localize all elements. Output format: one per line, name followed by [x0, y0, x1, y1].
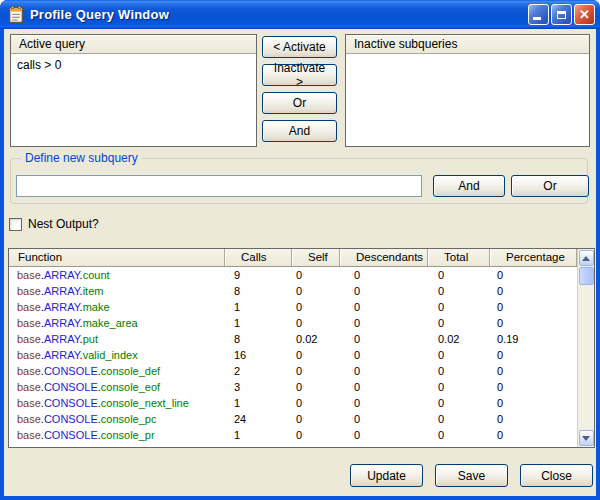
inactive-subqueries-panel: Inactive subqueries [345, 34, 590, 147]
profile-query-window: Profile Query Window ✕ Active query call… [0, 0, 600, 500]
column-header-function[interactable]: Function [9, 249, 224, 266]
table-row[interactable]: base.CONSOLE.console_pc240000 [9, 411, 577, 427]
maximize-button[interactable] [551, 4, 572, 25]
inactivate-button[interactable]: Inactivate > [262, 64, 337, 86]
calls-cell: 1 [224, 299, 291, 315]
percentage-cell: 0.19 [489, 331, 577, 347]
total-cell: 0 [427, 267, 489, 283]
function-cell: base.CONSOLE.console_next_line [9, 395, 224, 411]
self-cell: 0 [291, 267, 339, 283]
app-icon[interactable] [7, 6, 25, 24]
window-title: Profile Query Window [30, 7, 169, 22]
table-row[interactable]: base.ARRAY.valid_index160000 [9, 347, 577, 363]
table-row[interactable]: base.ARRAY.make10000 [9, 299, 577, 315]
self-cell: 0 [291, 283, 339, 299]
table-row[interactable]: base.CONSOLE.console_pr10000 [9, 427, 577, 443]
table-row[interactable]: base.ARRAY.count90000 [9, 267, 577, 283]
and-transfer-button[interactable]: And [262, 120, 337, 142]
scroll-up-button[interactable] [579, 250, 594, 266]
and-subquery-button[interactable]: And [433, 175, 505, 197]
maximize-icon [557, 11, 566, 19]
self-cell: 0 [291, 427, 339, 443]
list-item[interactable]: calls > 0 [11, 55, 256, 75]
subquery-input[interactable] [16, 175, 422, 197]
function-cell: base.CONSOLE.console_pc [9, 411, 224, 427]
column-header-total[interactable]: Total [427, 249, 489, 266]
percentage-cell: 0 [489, 411, 577, 427]
function-cell: base.ARRAY.item [9, 283, 224, 299]
active-query-list[interactable]: calls > 0 [11, 55, 256, 146]
descendants-cell: 0 [339, 427, 427, 443]
calls-cell: 1 [224, 427, 291, 443]
function-cell: base.ARRAY.make_area [9, 315, 224, 331]
profile-table: Function Calls Self Descendants Total Pe… [8, 248, 595, 448]
total-cell: 0 [427, 347, 489, 363]
descendants-cell: 0 [339, 267, 427, 283]
descendants-cell: 0 [339, 283, 427, 299]
calls-cell: 2 [224, 363, 291, 379]
table-scrollbar[interactable] [577, 249, 594, 447]
table-row[interactable]: base.CONSOLE.console_def20000 [9, 363, 577, 379]
total-cell: 0 [427, 363, 489, 379]
self-cell: 0 [291, 411, 339, 427]
or-transfer-button[interactable]: Or [262, 92, 337, 114]
column-header-descendants[interactable]: Descendants [339, 249, 427, 266]
self-cell: 0 [291, 395, 339, 411]
update-button[interactable]: Update [350, 464, 423, 487]
descendants-cell: 0 [339, 331, 427, 347]
inactive-subqueries-header: Inactive subqueries [346, 35, 589, 54]
calls-cell: 16 [224, 347, 291, 363]
percentage-cell: 0 [489, 347, 577, 363]
percentage-cell: 0 [489, 283, 577, 299]
total-cell: 0 [427, 299, 489, 315]
close-button[interactable]: ✕ [574, 4, 595, 25]
function-cell: base.ARRAY.valid_index [9, 347, 224, 363]
self-cell: 0 [291, 363, 339, 379]
table-body[interactable]: base.ARRAY.count90000base.ARRAY.item8000… [9, 267, 577, 447]
minimize-button[interactable] [528, 4, 549, 25]
descendants-cell: 0 [339, 395, 427, 411]
or-subquery-button[interactable]: Or [511, 175, 589, 197]
total-cell: 0 [427, 427, 489, 443]
calls-cell: 3 [224, 379, 291, 395]
function-cell: base.ARRAY.make [9, 299, 224, 315]
titlebar[interactable]: Profile Query Window ✕ [0, 0, 600, 29]
function-cell: base.ARRAY.count [9, 267, 224, 283]
function-cell: base.ARRAY.put [9, 331, 224, 347]
calls-cell: 9 [224, 267, 291, 283]
nest-output-row: Nest Output? [9, 216, 99, 232]
self-cell: 0 [291, 347, 339, 363]
percentage-cell: 0 [489, 363, 577, 379]
table-row[interactable]: base.CONSOLE.console_next_line10000 [9, 395, 577, 411]
table-row[interactable]: base.ARRAY.put80.0200.020.19 [9, 331, 577, 347]
nest-output-checkbox[interactable] [9, 218, 22, 231]
scroll-down-button[interactable] [579, 430, 594, 446]
column-header-percentage[interactable]: Percentage [489, 249, 577, 266]
close-icon: ✕ [579, 8, 590, 21]
save-button[interactable]: Save [435, 464, 508, 487]
column-header-calls[interactable]: Calls [224, 249, 291, 266]
percentage-cell: 0 [489, 315, 577, 331]
table-row[interactable]: base.ARRAY.item80000 [9, 283, 577, 299]
percentage-cell: 0 [489, 299, 577, 315]
self-cell: 0 [291, 315, 339, 331]
column-header-self[interactable]: Self [291, 249, 339, 266]
calls-cell: 8 [224, 283, 291, 299]
activate-button[interactable]: < Activate [262, 36, 337, 58]
arrow-up-icon [582, 256, 590, 261]
table-row[interactable]: base.CONSOLE.console_eof30000 [9, 379, 577, 395]
descendants-cell: 0 [339, 299, 427, 315]
inactive-subqueries-list[interactable] [346, 55, 589, 146]
total-cell: 0 [427, 379, 489, 395]
descendants-cell: 0 [339, 411, 427, 427]
scrollbar-thumb[interactable] [579, 267, 594, 285]
table-main: Function Calls Self Descendants Total Pe… [9, 249, 577, 447]
function-cell: base.CONSOLE.console_eof [9, 379, 224, 395]
table-row[interactable]: base.ARRAY.make_area10000 [9, 315, 577, 331]
client-area: Active query calls > 0 < Activate Inacti… [4, 29, 596, 496]
close-dialog-button[interactable]: Close [520, 464, 593, 487]
active-query-header: Active query [11, 35, 256, 54]
function-cell: base.CONSOLE.console_def [9, 363, 224, 379]
total-cell: 0 [427, 315, 489, 331]
total-cell: 0.02 [427, 331, 489, 347]
